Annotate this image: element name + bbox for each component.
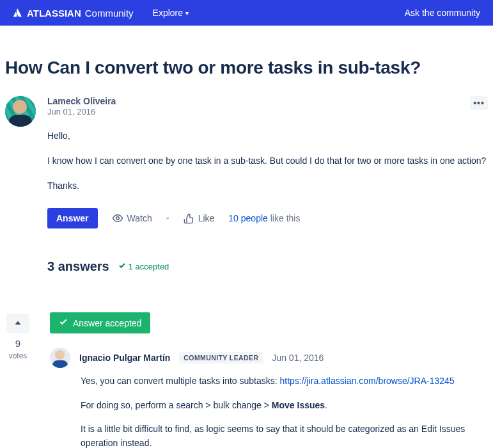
like-suffix: like this [268, 213, 301, 223]
answer-date: Jun 01, 2016 [272, 353, 324, 363]
vote-label: votes [9, 351, 27, 360]
answer-accepted-badge: Answer accepted [50, 312, 150, 333]
answer-header: Ignacio Pulgar Martín COMMUNITY LEADER J… [50, 348, 488, 368]
top-nav: ATLASSIAN Community Explore ▾ Ask the co… [0, 0, 493, 26]
post-menu-button[interactable]: ••• [470, 96, 488, 110]
post-date: Jun 01, 2016 [47, 107, 116, 116]
answers-header: 3 answers 1 accepted [47, 259, 488, 274]
post-actions: Answer Watch • Like 10 people like this [47, 208, 488, 228]
author-name[interactable]: Lameck Oliveira [47, 96, 116, 106]
post-body: Lameck Oliveira Jun 01, 2016 ••• Hello, … [47, 96, 488, 274]
triangle-up-icon [13, 319, 22, 328]
chevron-down-icon: ▾ [185, 10, 189, 17]
paragraph: For doing so, perform a search > bulk ch… [81, 399, 488, 413]
watch-label: Watch [127, 213, 152, 223]
jira-link[interactable]: https://jira.atlassian.com/browse/JRA-13… [280, 376, 455, 386]
accepted-badge-label: Answer accepted [73, 318, 141, 328]
brand[interactable]: ATLASSIAN Community [13, 8, 134, 19]
check-icon [59, 317, 68, 328]
answer-body: Answer accepted Ignacio Pulgar Martín CO… [50, 312, 488, 448]
vote-up-button[interactable] [6, 314, 29, 333]
vote-count: 9 [15, 338, 20, 349]
explore-label: Explore [153, 8, 183, 18]
watch-button[interactable]: Watch [112, 212, 152, 224]
brand-name: ATLASSIAN [27, 8, 81, 19]
ask-community-link[interactable]: Ask the community [405, 8, 480, 18]
like-summary: 10 people like this [228, 213, 300, 223]
answer: 9 votes Answer accepted Ignacio Pulgar M… [5, 312, 488, 448]
brand-suffix: Community [85, 8, 134, 19]
paragraph: Yes, you can convert multiple tasks into… [81, 374, 488, 388]
main-content: How Can I convert two or more tasks in s… [0, 26, 493, 448]
like-button[interactable]: Like [184, 213, 215, 224]
avatar[interactable] [5, 96, 36, 127]
accepted-label: 1 accepted [129, 262, 169, 271]
post-header: Lameck Oliveira Jun 01, 2016 ••• [47, 96, 488, 116]
question-post: Lameck Oliveira Jun 01, 2016 ••• Hello, … [5, 96, 488, 274]
top-nav-left: ATLASSIAN Community Explore ▾ [13, 8, 189, 19]
avatar[interactable] [50, 348, 70, 368]
vote-column: 9 votes [5, 312, 31, 448]
question-title: How Can I convert two or more tasks in s… [5, 58, 488, 78]
check-icon [118, 262, 126, 271]
thumb-up-icon [184, 213, 194, 224]
dots-icon: ••• [473, 98, 485, 108]
answer-button[interactable]: Answer [47, 208, 98, 228]
answer-content: Yes, you can convert multiple tasks into… [81, 374, 488, 448]
separator: • [166, 213, 169, 223]
question-content: Hello, I know how I can convert one by o… [47, 129, 488, 193]
explore-menu[interactable]: Explore ▾ [153, 8, 189, 18]
svg-point-0 [116, 217, 119, 220]
like-label: Like [198, 213, 215, 223]
paragraph: I know how I can convert one by one task… [47, 154, 488, 168]
community-leader-badge: COMMUNITY LEADER [179, 352, 263, 364]
accepted-tag: 1 accepted [118, 262, 169, 271]
paragraph: It is a little bit difficult to find, as… [81, 422, 488, 448]
paragraph: Thanks. [47, 179, 488, 193]
like-count-link[interactable]: 10 people [228, 213, 268, 223]
author-block: Lameck Oliveira Jun 01, 2016 [47, 96, 116, 116]
atlassian-logo-icon [13, 8, 23, 18]
paragraph: Hello, [47, 129, 488, 143]
eye-icon [112, 212, 123, 224]
answer-author[interactable]: Ignacio Pulgar Martín [79, 353, 170, 363]
answers-count: 3 answers [47, 259, 109, 274]
